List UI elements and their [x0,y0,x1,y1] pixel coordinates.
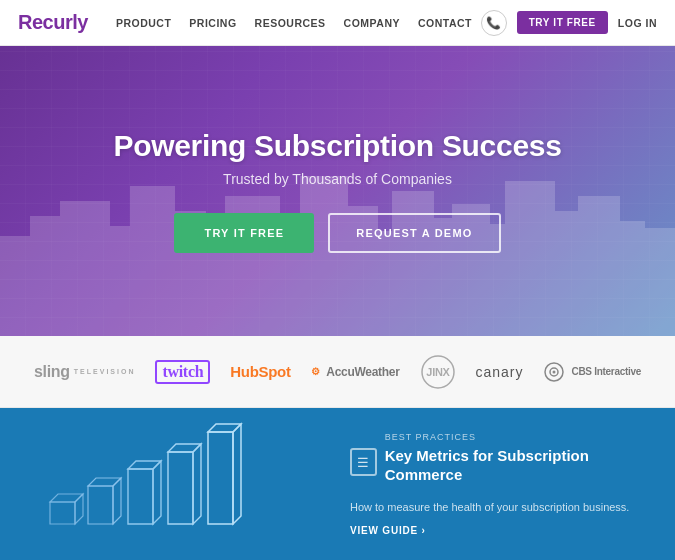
logo[interactable]: Recurly [18,11,88,34]
logo-sling: sling TELEVISION [34,363,135,381]
chart-tag: Best Practices [385,432,655,442]
chart-cta-link[interactable]: VIEW GUIDE › [350,525,655,536]
hero-content: Powering Subscription Success Trusted by… [113,129,561,253]
navbar-right: 📞 TRY IT FREE LOG IN [481,10,657,36]
svg-marker-30 [88,478,121,486]
accuweather-icon: ⚙ [311,366,320,377]
svg-rect-18 [578,196,620,336]
subscription-chart [20,414,320,554]
nav-pricing[interactable]: PRICING [189,17,236,29]
cbs-icon [544,362,564,382]
svg-marker-31 [113,478,121,524]
svg-marker-27 [50,494,83,502]
nav-menu: PRODUCT PRICING RESOURCES COMPANY CONTAC… [116,17,481,29]
svg-marker-28 [75,494,83,524]
logo-cbs: CBS Interactive [544,362,641,382]
chart-header-row: ☰ Best Practices Key Metrics for Subscri… [350,432,655,493]
nav-contact[interactable]: CONTACT [418,17,472,29]
cbs-text: CBS Interactive [572,366,641,377]
svg-marker-26 [50,502,75,524]
twitch-text: twitch [155,360,210,384]
svg-rect-1 [30,216,65,336]
svg-marker-38 [208,432,233,524]
nav-product[interactable]: PRODUCT [116,17,171,29]
hero-try-button[interactable]: TRY IT FREE [174,213,314,253]
nav-resources[interactable]: RESOURCES [255,17,326,29]
hero-subtitle: Trusted by Thousands of Companies [113,171,561,187]
svg-marker-29 [88,486,113,524]
logo-canary: canary [476,364,524,380]
svg-marker-37 [193,444,201,524]
chart-heading: Key Metrics for Subscription Commerce [385,446,655,485]
bottom-banner: ☰ Best Practices Key Metrics for Subscri… [0,408,675,560]
svg-text:JINX: JINX [426,366,450,378]
navbar: Recurly PRODUCT PRICING RESOURCES COMPAN… [0,0,675,46]
nav-try-button[interactable]: TRY IT FREE [517,11,608,34]
phone-icon[interactable]: 📞 [481,10,507,36]
logo-hubspot: HubSpot [230,363,290,380]
hubspot-text: HubSpot [230,363,290,380]
hero-buttons: TRY IT FREE REQUEST A DEMO [113,213,561,253]
nav-login-button[interactable]: LOG IN [618,17,657,29]
nav-company[interactable]: COMPANY [344,17,400,29]
svg-rect-2 [60,201,110,336]
chart-area [20,414,330,554]
svg-marker-32 [128,469,153,524]
chart-bookmark-icon: ☰ [350,448,377,476]
chart-description: How to measure the health of your subscr… [350,499,655,516]
canary-text: canary [476,364,524,380]
svg-marker-35 [168,452,193,524]
logo-twitch: twitch [155,360,210,384]
svg-rect-20 [640,228,675,336]
chart-info: ☰ Best Practices Key Metrics for Subscri… [330,432,655,537]
hero-title: Powering Subscription Success [113,129,561,163]
svg-marker-40 [233,424,241,524]
logo-jinx: JINX [420,354,456,390]
accuweather-text: AccuWeather [326,365,399,379]
svg-marker-34 [153,461,161,524]
svg-point-25 [552,370,555,373]
hero-section: Powering Subscription Success Trusted by… [0,46,675,336]
jinx-icon: JINX [420,354,456,390]
logo-accuweather: ⚙ AccuWeather [311,365,400,379]
logos-band: sling TELEVISION twitch HubSpot ⚙ AccuWe… [0,336,675,408]
hero-demo-button[interactable]: REQUEST A DEMO [328,213,500,253]
